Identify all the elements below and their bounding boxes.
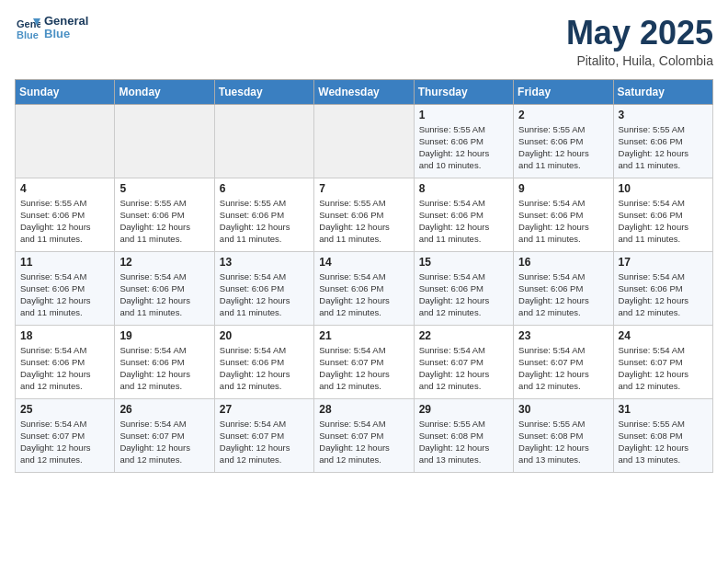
calendar-cell: 25Sunrise: 5:54 AM Sunset: 6:07 PM Dayli…: [16, 398, 115, 472]
calendar-cell: 15Sunrise: 5:54 AM Sunset: 6:06 PM Dayli…: [414, 251, 513, 325]
day-number: 14: [319, 256, 408, 269]
weekday-header: Sunday: [16, 79, 115, 104]
calendar-cell: 13Sunrise: 5:54 AM Sunset: 6:06 PM Dayli…: [214, 251, 313, 325]
logo-line1: General: [44, 15, 88, 28]
calendar-cell: 24Sunrise: 5:54 AM Sunset: 6:07 PM Dayli…: [613, 325, 712, 398]
calendar-title: May 2025: [566, 15, 713, 52]
day-number: 25: [20, 403, 109, 416]
day-detail: Sunrise: 5:54 AM Sunset: 6:06 PM Dayligh…: [518, 197, 608, 246]
day-number: 13: [220, 256, 309, 269]
calendar-table: SundayMondayTuesdayWednesdayThursdayFrid…: [15, 79, 713, 473]
calendar-cell: 14Sunrise: 5:54 AM Sunset: 6:06 PM Dayli…: [314, 251, 414, 325]
day-detail: Sunrise: 5:54 AM Sunset: 6:06 PM Dayligh…: [419, 197, 508, 246]
day-detail: Sunrise: 5:54 AM Sunset: 6:06 PM Dayligh…: [419, 270, 508, 319]
logo-icon: General Blue: [15, 15, 40, 40]
calendar-cell: 4Sunrise: 5:55 AM Sunset: 6:06 PM Daylig…: [16, 178, 115, 251]
day-detail: Sunrise: 5:55 AM Sunset: 6:06 PM Dayligh…: [619, 123, 708, 172]
day-detail: Sunrise: 5:55 AM Sunset: 6:06 PM Dayligh…: [518, 123, 608, 172]
day-detail: Sunrise: 5:54 AM Sunset: 6:06 PM Dayligh…: [319, 270, 408, 319]
logo-line2: Blue: [44, 28, 88, 40]
day-detail: Sunrise: 5:55 AM Sunset: 6:08 PM Dayligh…: [619, 418, 708, 466]
day-number: 18: [20, 329, 109, 342]
calendar-cell: 31Sunrise: 5:55 AM Sunset: 6:08 PM Dayli…: [613, 398, 712, 472]
day-number: 9: [518, 182, 608, 195]
weekday-header: Monday: [115, 79, 214, 104]
calendar-cell: 28Sunrise: 5:54 AM Sunset: 6:07 PM Dayli…: [314, 398, 414, 472]
calendar-week-row: 4Sunrise: 5:55 AM Sunset: 6:06 PM Daylig…: [16, 178, 713, 251]
day-detail: Sunrise: 5:54 AM Sunset: 6:07 PM Dayligh…: [419, 344, 508, 393]
day-detail: Sunrise: 5:55 AM Sunset: 6:06 PM Dayligh…: [119, 197, 209, 246]
weekday-header: Friday: [514, 79, 613, 104]
title-block: May 2025 Pitalito, Huila, Colombia: [566, 15, 713, 68]
day-number: 16: [518, 256, 608, 269]
day-detail: Sunrise: 5:54 AM Sunset: 6:06 PM Dayligh…: [220, 344, 309, 393]
calendar-cell: 3Sunrise: 5:55 AM Sunset: 6:06 PM Daylig…: [613, 104, 712, 178]
day-detail: Sunrise: 5:54 AM Sunset: 6:07 PM Dayligh…: [619, 344, 708, 393]
calendar-cell: 26Sunrise: 5:54 AM Sunset: 6:07 PM Dayli…: [115, 398, 214, 472]
calendar-cell: 27Sunrise: 5:54 AM Sunset: 6:07 PM Dayli…: [214, 398, 313, 472]
calendar-header: SundayMondayTuesdayWednesdayThursdayFrid…: [16, 79, 713, 104]
calendar-cell: 5Sunrise: 5:55 AM Sunset: 6:06 PM Daylig…: [115, 178, 214, 251]
calendar-body: 1Sunrise: 5:55 AM Sunset: 6:06 PM Daylig…: [16, 104, 713, 472]
day-detail: Sunrise: 5:54 AM Sunset: 6:06 PM Dayligh…: [619, 270, 708, 319]
day-detail: Sunrise: 5:55 AM Sunset: 6:06 PM Dayligh…: [220, 197, 309, 246]
day-number: 21: [319, 329, 408, 342]
logo: General Blue General Blue: [15, 15, 88, 41]
calendar-cell: 22Sunrise: 5:54 AM Sunset: 6:07 PM Dayli…: [414, 325, 513, 398]
day-detail: Sunrise: 5:54 AM Sunset: 6:06 PM Dayligh…: [619, 197, 708, 246]
day-number: 7: [319, 182, 408, 195]
day-number: 11: [20, 256, 109, 269]
day-detail: Sunrise: 5:54 AM Sunset: 6:06 PM Dayligh…: [119, 344, 209, 393]
day-detail: Sunrise: 5:55 AM Sunset: 6:08 PM Dayligh…: [419, 418, 508, 466]
day-number: 3: [619, 109, 708, 121]
calendar-cell: 10Sunrise: 5:54 AM Sunset: 6:06 PM Dayli…: [613, 178, 712, 251]
svg-text:Blue: Blue: [17, 29, 39, 40]
calendar-cell: 6Sunrise: 5:55 AM Sunset: 6:06 PM Daylig…: [214, 178, 313, 251]
day-detail: Sunrise: 5:54 AM Sunset: 6:06 PM Dayligh…: [119, 270, 209, 319]
calendar-week-row: 1Sunrise: 5:55 AM Sunset: 6:06 PM Daylig…: [16, 104, 713, 178]
calendar-cell: [115, 104, 214, 178]
day-detail: Sunrise: 5:55 AM Sunset: 6:06 PM Dayligh…: [419, 123, 508, 172]
day-detail: Sunrise: 5:54 AM Sunset: 6:07 PM Dayligh…: [220, 418, 309, 466]
day-number: 30: [518, 403, 608, 416]
calendar-cell: 18Sunrise: 5:54 AM Sunset: 6:06 PM Dayli…: [16, 325, 115, 398]
day-number: 5: [119, 182, 209, 195]
day-number: 17: [619, 256, 708, 269]
day-number: 26: [119, 403, 209, 416]
day-number: 4: [20, 182, 109, 195]
calendar-cell: [16, 104, 115, 178]
day-number: 6: [220, 182, 309, 195]
day-detail: Sunrise: 5:54 AM Sunset: 6:06 PM Dayligh…: [20, 270, 109, 319]
day-number: 12: [119, 256, 209, 269]
day-detail: Sunrise: 5:54 AM Sunset: 6:07 PM Dayligh…: [518, 344, 608, 393]
day-detail: Sunrise: 5:54 AM Sunset: 6:07 PM Dayligh…: [319, 344, 408, 393]
calendar-cell: 21Sunrise: 5:54 AM Sunset: 6:07 PM Dayli…: [314, 325, 414, 398]
day-number: 29: [419, 403, 508, 416]
calendar-week-row: 18Sunrise: 5:54 AM Sunset: 6:06 PM Dayli…: [16, 325, 713, 398]
day-detail: Sunrise: 5:54 AM Sunset: 6:07 PM Dayligh…: [20, 418, 109, 466]
calendar-cell: 20Sunrise: 5:54 AM Sunset: 6:06 PM Dayli…: [214, 325, 313, 398]
day-detail: Sunrise: 5:55 AM Sunset: 6:06 PM Dayligh…: [20, 197, 109, 246]
day-number: 8: [419, 182, 508, 195]
calendar-subtitle: Pitalito, Huila, Colombia: [566, 53, 713, 68]
day-number: 23: [518, 329, 608, 342]
day-number: 15: [419, 256, 508, 269]
calendar-cell: 16Sunrise: 5:54 AM Sunset: 6:06 PM Dayli…: [514, 251, 613, 325]
day-detail: Sunrise: 5:55 AM Sunset: 6:08 PM Dayligh…: [518, 418, 608, 466]
calendar-cell: 9Sunrise: 5:54 AM Sunset: 6:06 PM Daylig…: [514, 178, 613, 251]
day-number: 24: [619, 329, 708, 342]
day-detail: Sunrise: 5:54 AM Sunset: 6:06 PM Dayligh…: [220, 270, 309, 319]
calendar-cell: 29Sunrise: 5:55 AM Sunset: 6:08 PM Dayli…: [414, 398, 513, 472]
calendar-cell: [214, 104, 313, 178]
weekday-header: Tuesday: [214, 79, 313, 104]
calendar-week-row: 11Sunrise: 5:54 AM Sunset: 6:06 PM Dayli…: [16, 251, 713, 325]
calendar-cell: 2Sunrise: 5:55 AM Sunset: 6:06 PM Daylig…: [514, 104, 613, 178]
day-detail: Sunrise: 5:54 AM Sunset: 6:07 PM Dayligh…: [119, 418, 209, 466]
day-number: 19: [119, 329, 209, 342]
day-detail: Sunrise: 5:54 AM Sunset: 6:06 PM Dayligh…: [518, 270, 608, 319]
day-detail: Sunrise: 5:54 AM Sunset: 6:07 PM Dayligh…: [319, 418, 408, 466]
day-number: 20: [220, 329, 309, 342]
calendar-cell: [314, 104, 414, 178]
weekday-header: Saturday: [613, 79, 712, 104]
calendar-cell: 7Sunrise: 5:55 AM Sunset: 6:06 PM Daylig…: [314, 178, 414, 251]
